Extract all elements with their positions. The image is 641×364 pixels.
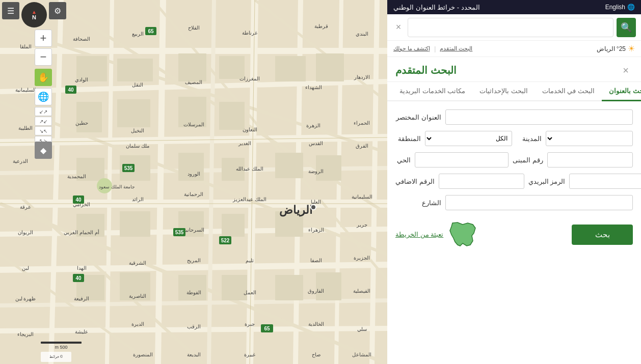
explore-link[interactable]: إكتشف ما حولك: [393, 45, 430, 52]
postal-code-input[interactable]: [569, 174, 641, 189]
address-short-input[interactable]: [445, 109, 633, 125]
top-bar: 🌐 English المحدد - خرائط العنوان الوطني: [387, 0, 641, 14]
svg-text:الوادي: الوادي: [75, 77, 88, 83]
svg-text:المغرزات: المغرزات: [239, 76, 260, 82]
district-building-row: رقم المبنى الحي: [395, 152, 633, 167]
svg-text:الريوان: الريوان: [18, 230, 33, 236]
menu-button[interactable]: ☰: [2, 2, 19, 19]
address-short-label: العنوان المختصر: [395, 114, 441, 121]
svg-rect-43: [275, 153, 303, 178]
svg-text:40: 40: [75, 197, 82, 203]
city-select[interactable]: [546, 131, 633, 146]
svg-text:غبيرة: غبيرة: [244, 352, 255, 358]
globe-button[interactable]: 🌐: [35, 88, 52, 105]
svg-text:الملقا: الملقا: [20, 44, 32, 49]
svg-text:أم الحمام الغربي: أم الحمام الغربي: [64, 229, 99, 236]
svg-text:الملك عبدالله: الملك عبدالله: [236, 166, 263, 172]
address-short-row: العنوان المختصر: [395, 109, 633, 125]
expand-btn-2[interactable]: ↙↗: [35, 117, 52, 126]
svg-text:حطين: حطين: [75, 120, 88, 126]
svg-text:الغدير: الغدير: [238, 141, 251, 147]
hand-tool-button[interactable]: ✋: [35, 69, 52, 86]
svg-rect-36: [219, 102, 245, 130]
zoom-out-button[interactable]: −: [35, 48, 52, 66]
building-num-input[interactable]: [547, 152, 633, 167]
svg-rect-52: [178, 275, 206, 300]
additional-num-input[interactable]: [439, 174, 524, 189]
advanced-search-link[interactable]: البحث المتقدم: [440, 45, 472, 52]
bottom-row: بحث تعبئة من الخريطة: [395, 216, 633, 248]
tab-search-by-coordinates[interactable]: البحث بالإحداثيات: [472, 82, 535, 101]
expand-btn-3[interactable]: ↖↘: [35, 126, 52, 135]
advanced-search-title: البحث المتقدم: [395, 64, 457, 76]
compass-button[interactable]: ▲ N: [21, 2, 47, 27]
search-form: العنوان المختصر المدينة الكل المنطقة: [387, 101, 641, 254]
svg-text:التعاون: التعاون: [243, 127, 257, 133]
diamond-button[interactable]: ◆: [35, 142, 52, 159]
settings-button[interactable]: ⚙: [49, 2, 66, 19]
postal-code-label: الرمز البريدي: [528, 178, 566, 185]
expand-btn-1[interactable]: ↗↙: [35, 107, 52, 116]
svg-text:الحمراء: الحمراء: [354, 120, 370, 126]
advanced-search-close[interactable]: ×: [619, 63, 633, 77]
map-fill-area: تعبئة من الخريطة: [395, 220, 478, 248]
street-input[interactable]: [445, 195, 633, 210]
svg-text:ملك سلمان: ملك سلمان: [126, 143, 149, 149]
svg-text:المرسلات: المرسلات: [183, 122, 204, 128]
svg-text:الشهداء: الشهداء: [305, 85, 322, 91]
svg-text:جبرة: جبرة: [245, 321, 255, 327]
additional-postal-row: الرمز البريدي الرقم الاضافي: [395, 174, 633, 189]
svg-text:الصحافة: الصحافة: [73, 36, 90, 42]
map-fill-icon: [447, 220, 478, 248]
svg-text:عليشة: عليشة: [75, 329, 88, 334]
svg-rect-55: [316, 272, 341, 300]
svg-text:تليم: تليم: [246, 258, 254, 264]
svg-rect-54: [275, 275, 303, 300]
svg-text:السليمانية: السليمانية: [352, 194, 372, 200]
expand-group: ↗↙ ↙↗ ↖↘ ↘↖: [35, 107, 52, 145]
search-bar: 🔍 ×: [387, 14, 641, 41]
svg-text:535: 535: [175, 230, 184, 235]
map-container[interactable]: الرياض الملقا الصحافة الربيع الفلاح غرنا…: [0, 0, 387, 364]
tab-search-in-services[interactable]: البحث في الخدمات: [535, 82, 602, 101]
svg-text:العمل: العمل: [244, 290, 256, 295]
svg-text:المصيف: المصيف: [185, 79, 202, 85]
tabs-row: البحث بالعنوان البحث في الخدمات البحث با…: [387, 82, 641, 101]
svg-text:الرقب: الرقب: [187, 324, 201, 330]
tab-postal-offices[interactable]: مكاتب الخدمات البريدية: [392, 82, 472, 101]
svg-text:البريجاء: البريجاء: [17, 331, 34, 338]
right-panel: 🌐 English المحدد - خرائط العنوان الوطني …: [387, 0, 641, 364]
city-label: المدينة: [516, 135, 542, 143]
svg-text:الجزيرة: الجزيرة: [354, 255, 370, 261]
search-submit-button[interactable]: بحث: [572, 225, 633, 245]
language-selector[interactable]: 🌐 English: [605, 4, 635, 11]
svg-rect-37: [275, 56, 306, 81]
svg-text:الورود: الورود: [188, 171, 200, 177]
svg-text:الاردهار: الاردهار: [354, 74, 370, 80]
advanced-search-panel: × البحث المتقدم البحث بالعنوان البحث في …: [387, 57, 641, 364]
svg-text:535: 535: [124, 165, 133, 171]
search-clear-button[interactable]: ×: [392, 21, 405, 34]
zoom-in-button[interactable]: +: [35, 30, 52, 47]
district-input[interactable]: [415, 152, 509, 167]
map-fill-label[interactable]: تعبئة من الخريطة: [395, 231, 443, 238]
weather-icon: ☀: [628, 44, 635, 53]
svg-text:الفرق: الفرق: [356, 143, 368, 149]
svg-text:الفوطة: الفوطة: [186, 290, 201, 296]
tab-search-by-address[interactable]: البحث بالعنوان: [602, 82, 641, 101]
search-button[interactable]: 🔍: [617, 18, 636, 37]
svg-text:40: 40: [75, 275, 82, 281]
svg-text:القدس: القدس: [309, 141, 323, 147]
globe-icon: 🌐: [627, 4, 635, 11]
svg-text:البندي: البندي: [356, 31, 368, 37]
svg-text:المريح: المريح: [187, 258, 201, 264]
svg-text:جرير: جرير: [356, 222, 367, 228]
search-input[interactable]: [408, 18, 613, 37]
svg-text:سلي: سلي: [357, 326, 367, 332]
svg-text:522: 522: [221, 238, 230, 243]
svg-text:ظهرة لبن: ظهرة لبن: [15, 296, 36, 302]
region-select[interactable]: الكل: [425, 131, 512, 146]
svg-text:البديعة: البديعة: [187, 352, 201, 357]
info-links: البحث المتقدم | إكتشف ما حولك: [393, 45, 472, 52]
svg-rect-48: [222, 214, 245, 237]
